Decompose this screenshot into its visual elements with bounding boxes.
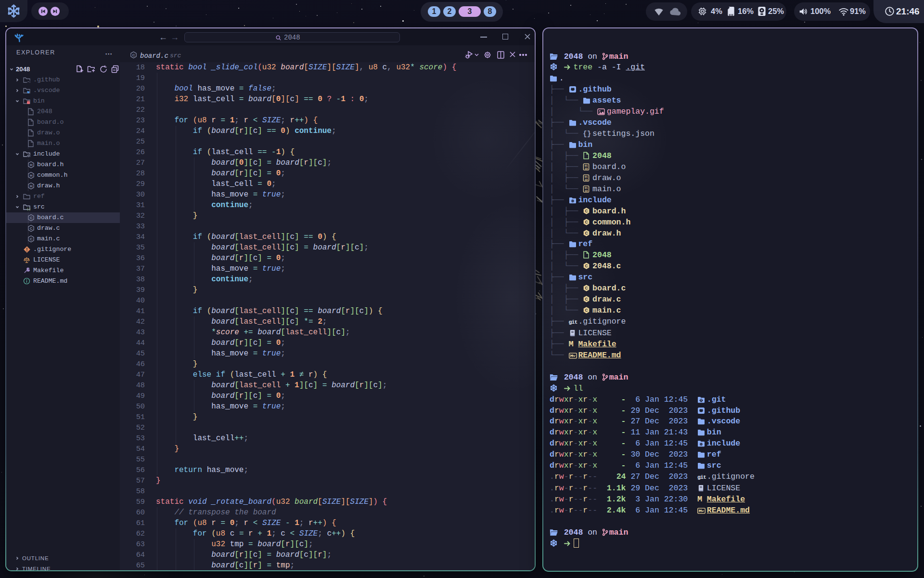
svg-text:10: 10: [585, 189, 588, 192]
svg-text:C: C: [30, 237, 33, 241]
svg-text:C: C: [585, 220, 588, 224]
svg-text:H: H: [30, 184, 33, 188]
svg-text:C: C: [132, 53, 135, 57]
svg-text:(): (): [27, 207, 31, 211]
svg-text:10: 10: [585, 178, 588, 181]
svg-text:C: C: [585, 209, 588, 213]
svg-text:H: H: [30, 163, 33, 167]
svg-text:C: C: [30, 216, 33, 220]
svg-text:C: C: [585, 286, 588, 290]
svg-text:C: C: [585, 308, 588, 313]
svg-text:C: C: [585, 231, 588, 236]
svg-text:C: C: [30, 226, 33, 231]
svg-text:C: C: [585, 264, 588, 269]
svg-text:H: H: [30, 173, 33, 178]
svg-text:C: C: [585, 297, 588, 302]
svg-text:10: 10: [585, 167, 588, 170]
